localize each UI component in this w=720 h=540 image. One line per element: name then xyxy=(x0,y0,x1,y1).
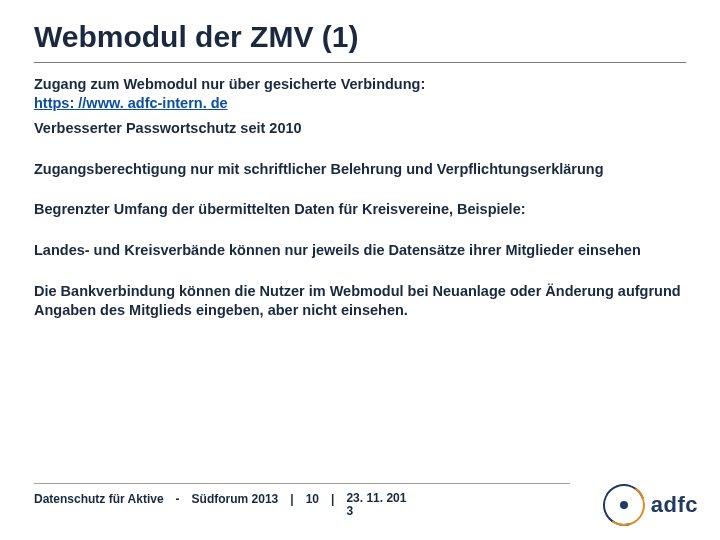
footer-date-bottom: 3 xyxy=(346,504,353,518)
adfc-logo: adfc xyxy=(603,484,698,526)
bullet-2: Verbesserter Passwortschutz seit 2010 xyxy=(34,119,686,138)
bullet-1-text: Zugang zum Webmodul nur über gesicherte … xyxy=(34,76,425,92)
footer-sep-dash: - xyxy=(176,492,180,506)
footer-left: Datenschutz für Aktive xyxy=(34,492,164,506)
secure-link[interactable]: https: //www. adfc-intern. de xyxy=(34,95,228,111)
footer-sep-pipe-1: | xyxy=(290,492,293,506)
bullet-1: Zugang zum Webmodul nur über gesicherte … xyxy=(34,75,686,113)
footer-date: 23. 11. 201 3 xyxy=(346,492,406,518)
footer-page: 10 xyxy=(306,492,319,506)
footer-date-top: 23. 11. 201 xyxy=(346,491,406,505)
footer-sep-pipe-2: | xyxy=(331,492,334,506)
slide-title: Webmodul der ZMV (1) xyxy=(34,20,686,54)
bullet-3: Zugangsberechtigung nur mit schriftliche… xyxy=(34,160,686,179)
bullet-4: Begrenzter Umfang der übermittelten Date… xyxy=(34,200,686,219)
logo-icon xyxy=(603,484,645,526)
footer-event: Südforum 2013 xyxy=(192,492,279,506)
title-divider xyxy=(34,62,686,63)
footer: Datenschutz für Aktive - Südforum 2013 |… xyxy=(34,492,406,518)
bullet-6: Die Bankverbindung können die Nutzer im … xyxy=(34,282,686,320)
bullet-5: Landes- und Kreisverbände können nur jew… xyxy=(34,241,686,260)
logo-text: adfc xyxy=(651,492,698,518)
footer-divider xyxy=(34,483,570,484)
